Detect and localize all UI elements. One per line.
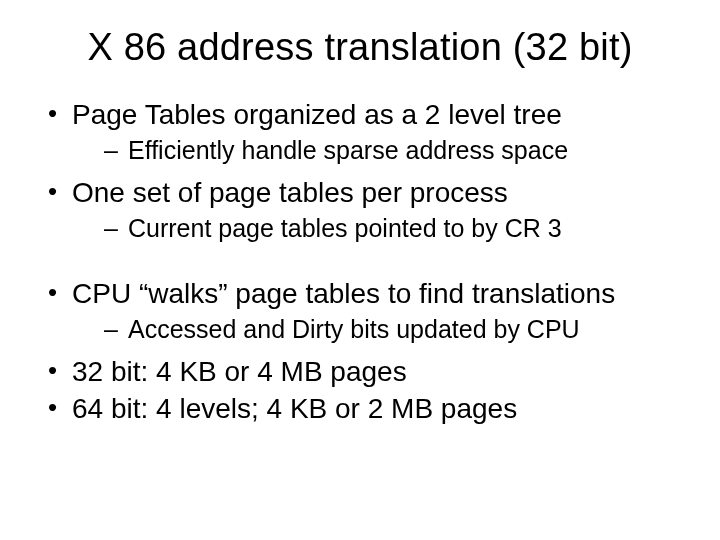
bullet-item: 32 bit: 4 KB or 4 MB pages xyxy=(46,354,680,389)
sub-bullet-text: Accessed and Dirty bits updated by CPU xyxy=(128,315,580,343)
sub-bullet-text: Current page tables pointed to by CR 3 xyxy=(128,214,562,242)
bullet-item: CPU “walks” page tables to find translat… xyxy=(46,276,680,346)
bullet-text: One set of page tables per process xyxy=(72,177,508,208)
bullet-item: 64 bit: 4 levels; 4 KB or 2 MB pages xyxy=(46,391,680,426)
slide: X 86 address translation (32 bit) Page T… xyxy=(0,0,720,540)
spacer xyxy=(40,252,680,276)
sub-bullet-item: Current page tables pointed to by CR 3 xyxy=(104,212,680,245)
bullet-text: CPU “walks” page tables to find translat… xyxy=(72,278,615,309)
sub-bullet-list: Efficiently handle sparse address space xyxy=(104,134,680,167)
bullet-item: One set of page tables per process Curre… xyxy=(46,175,680,245)
bullet-item: Page Tables organized as a 2 level tree … xyxy=(46,97,680,167)
sub-bullet-text: Efficiently handle sparse address space xyxy=(128,136,568,164)
sub-bullet-item: Efficiently handle sparse address space xyxy=(104,134,680,167)
slide-title: X 86 address translation (32 bit) xyxy=(40,26,680,69)
sub-bullet-list: Current page tables pointed to by CR 3 xyxy=(104,212,680,245)
bullet-list: Page Tables organized as a 2 level tree … xyxy=(46,97,680,244)
bullet-text: Page Tables organized as a 2 level tree xyxy=(72,99,562,130)
bullet-text: 64 bit: 4 levels; 4 KB or 2 MB pages xyxy=(72,393,517,424)
bullet-list: CPU “walks” page tables to find translat… xyxy=(46,276,680,426)
sub-bullet-list: Accessed and Dirty bits updated by CPU xyxy=(104,313,680,346)
sub-bullet-item: Accessed and Dirty bits updated by CPU xyxy=(104,313,680,346)
bullet-text: 32 bit: 4 KB or 4 MB pages xyxy=(72,356,407,387)
